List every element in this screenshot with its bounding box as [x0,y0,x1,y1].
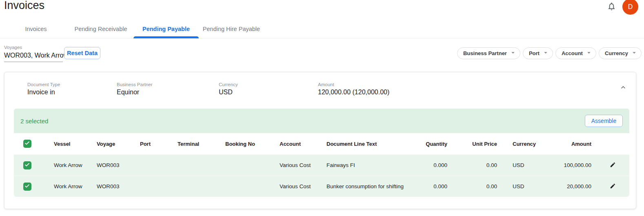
cell-currency: USD [502,162,543,168]
tab-pending-receivable[interactable]: Pending Receivable [68,20,133,38]
chevron-down-icon [509,49,517,58]
row-checkbox[interactable] [23,161,31,169]
chevron-down-icon [542,49,549,58]
column-header-quantity: Quantity [411,141,452,147]
cell-vessel: Work Arrow [40,183,83,189]
filter-chip-business-partner[interactable]: Business Partner [457,47,520,59]
summary-document-type: Document Type Invoice in [27,82,60,96]
cell-document-line-text: Fairways FI [313,162,411,168]
tab-pending-payable[interactable]: Pending Payable [133,20,199,38]
line-items-table: 2 selected Assemble Vessel Voyage Port T… [14,109,629,197]
cell-quantity: 0.000 [411,162,452,168]
cell-quantity: 0.000 [411,183,452,189]
page-title: Invoices [4,0,44,12]
filter-chip-port[interactable]: Port [523,47,553,59]
field-value: Equinor [117,89,153,96]
chip-label: Port [529,50,540,56]
check-icon [24,183,30,190]
tab-invoices[interactable]: Invoices [15,20,57,38]
column-header-port: Port [127,141,164,147]
pencil-icon [610,162,616,169]
chevron-down-icon [585,49,593,58]
chip-label: Account [562,50,583,56]
column-header-terminal: Terminal [164,141,212,147]
summary-currency: Currency USD [219,82,238,96]
cell-vessel: Work Arrow [40,162,83,168]
field-label: Document Type [27,82,60,87]
column-header-unit-price: Unit Price [452,141,502,147]
cell-currency: USD [502,183,543,189]
column-header-amount: Amount [543,141,596,147]
table-row: Work Arrow WOR003 Various Cost Fairways … [14,154,629,176]
cell-amount: 100,000.00 [543,162,596,168]
check-icon [24,140,30,147]
edit-row-button[interactable] [607,181,618,192]
tab-pending-hire-payable[interactable]: Pending Hire Payable [199,20,264,38]
reset-data-button[interactable]: Reset Data [64,47,100,59]
cell-account: Various Cost [266,183,313,189]
cell-unit-price: 0.00 [452,183,502,189]
edit-row-button[interactable] [607,160,618,171]
row-checkbox[interactable] [23,183,31,191]
filter-chip-account[interactable]: Account [555,47,596,59]
field-label: Amount [318,82,389,87]
table-row: Work Arrow WOR003 Various Cost Bunker co… [14,176,629,197]
cell-amount: 20,000.00 [543,183,596,189]
cell-account: Various Cost [266,162,313,168]
invoice-group-card: Document Type Invoice in Business Partne… [4,72,636,209]
table-header-row: Vessel Voyage Port Terminal Booking No A… [14,133,629,154]
selection-bar: 2 selected Assemble [14,109,629,133]
pencil-icon [610,183,616,190]
filter-chip-currency[interactable]: Currency [599,47,642,59]
notifications-button[interactable] [606,1,617,13]
column-header-vessel: Vessel [40,141,83,147]
voyages-input[interactable]: WOR003, Work Arrow [4,52,63,62]
summary-amount: Amount 120,000.00 (120,000.00) [318,82,389,96]
column-header-account: Account [266,141,313,147]
column-header-voyage: Voyage [83,141,127,147]
field-value: USD [219,89,238,96]
chip-label: Business Partner [463,50,507,56]
assemble-button[interactable]: Assemble [585,115,623,127]
select-all-checkbox[interactable] [23,140,31,148]
chevron-up-icon [619,83,627,93]
column-header-currency: Currency [502,141,543,147]
column-header-booking-no: Booking No [212,141,266,147]
filter-chips: Business Partner Port Account Currency [457,47,642,59]
collapse-card-button[interactable] [617,82,629,94]
cell-document-line-text: Bunker consumption for shifting [313,183,411,189]
field-value: 120,000.00 (120,000.00) [318,89,389,96]
user-avatar[interactable]: D [622,0,638,15]
chevron-down-icon [631,49,638,58]
field-value: Invoice in [27,89,60,96]
cell-voyage: WOR003 [83,162,127,168]
field-label: Currency [219,82,238,87]
check-icon [24,162,30,169]
active-tab-indicator [133,36,199,38]
selected-count: 2 selected [20,118,48,125]
voyages-field-label: Voyages [4,45,22,50]
cell-voyage: WOR003 [83,183,127,189]
field-label: Business Partner [117,82,153,87]
bell-icon [607,2,616,12]
tab-bar: Invoices Pending Receivable Pending Paya… [0,20,644,38]
chip-label: Currency [605,50,628,56]
summary-business-partner: Business Partner Equinor [117,82,153,96]
column-header-document-line-text: Document Line Text [313,141,411,147]
cell-unit-price: 0.00 [452,162,502,168]
